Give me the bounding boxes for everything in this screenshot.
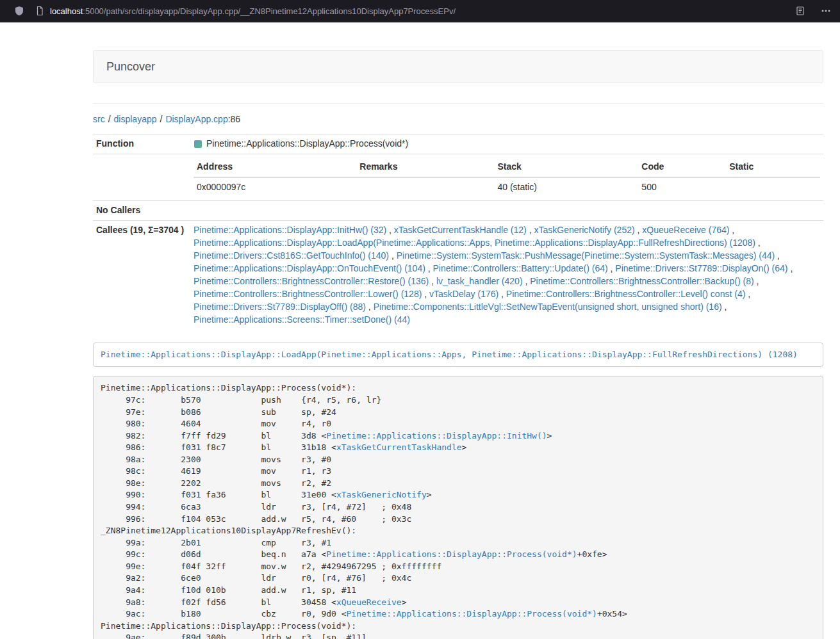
breadcrumb-line-number: :86	[228, 114, 240, 124]
callee-link[interactable]: Pinetime::Controllers::BrightnessControl…	[194, 276, 429, 286]
callee-separator: ,	[386, 225, 394, 235]
callee-link[interactable]: Pinetime::System::SystemTask::PushMessag…	[397, 250, 775, 261]
table-row: 0x0000097c 40 (static) 500	[194, 177, 820, 197]
callee-link[interactable]: lv_task_handler (420)	[436, 276, 523, 286]
symbol-stats-table: Address Remarks Stack Code Static 0x0000…	[194, 158, 820, 197]
selected-callee-box: Pinetime::Applications::DisplayApp::Load…	[93, 343, 823, 368]
callees-row: Callees (19, Σ=3704 ) Pinetime::Applicat…	[93, 220, 823, 329]
callee-link[interactable]: Pinetime::Controllers::BrightnessControl…	[194, 289, 422, 299]
function-detail-table: Function	[93, 134, 823, 330]
callees-label: Callees (19, Σ=3704 )	[93, 220, 190, 329]
stats-row: Address Remarks Stack Code Static 0x0000…	[93, 154, 823, 200]
more-menu-icon[interactable]	[821, 6, 831, 16]
callee-separator: ,	[775, 250, 780, 261]
column-header-stack: Stack	[494, 158, 638, 177]
callee-separator: ,	[755, 238, 761, 248]
loadapp-symbol-link[interactable]: Pinetime::Applications::DisplayApp::Load…	[101, 350, 798, 359]
stats-header-row: Address Remarks Stack Code Static	[194, 158, 820, 177]
callee-separator: ,	[745, 289, 750, 299]
callee-separator: ,	[498, 289, 506, 299]
disassembly-block: Pinetime::Applications::DisplayApp::Proc…	[93, 376, 823, 639]
disassembly-symbol-link[interactable]: Pinetime::Applications::DisplayApp::Proc…	[326, 549, 577, 559]
column-header-remarks: Remarks	[356, 158, 494, 177]
static-cell	[726, 177, 820, 197]
address-cell: 0x0000097c	[194, 177, 356, 197]
callee-link[interactable]: Pinetime::Controllers::BrightnessControl…	[506, 289, 745, 299]
callee-link[interactable]: xTaskGenericNotify (252)	[534, 225, 634, 235]
callee-link[interactable]: Pinetime::Applications::DisplayApp::Load…	[194, 238, 755, 248]
callee-link[interactable]: Pinetime::Components::LittleVgl::SetNewT…	[374, 302, 722, 312]
callee-separator: ,	[422, 289, 429, 299]
callee-separator: ,	[523, 276, 531, 286]
callee-link[interactable]: Pinetime::Drivers::St7789::DisplayOff() …	[194, 302, 366, 312]
callee-separator: ,	[608, 263, 616, 273]
disassembly-symbol-link[interactable]: xTaskGetCurrentTaskHandle	[336, 442, 462, 452]
browser-chrome: localhost:5000/path/src/displayapp/Displ…	[0, 0, 840, 22]
callee-separator: ,	[788, 263, 793, 273]
function-label: Function	[93, 134, 190, 154]
app-header: Puncover	[93, 50, 823, 83]
brand-link[interactable]: Puncover	[106, 60, 155, 74]
callee-link[interactable]: Pinetime::Controllers::BrightnessControl…	[530, 276, 754, 286]
breadcrumb-separator: /	[160, 114, 163, 124]
remarks-cell	[356, 177, 494, 197]
divider	[93, 103, 823, 104]
breadcrumb-separator: /	[108, 114, 111, 124]
no-callers-label: No Callers	[93, 200, 190, 220]
callee-separator: ,	[722, 302, 727, 312]
callee-separator: ,	[425, 263, 433, 273]
no-callers-row: No Callers	[93, 200, 823, 220]
page-container: Puncover src/displayapp/DisplayApp.cpp:8…	[93, 50, 823, 639]
callee-link[interactable]: Pinetime::Applications::DisplayApp::Init…	[194, 225, 386, 235]
callee-separator: ,	[389, 250, 397, 261]
function-type-icon	[194, 140, 202, 149]
column-header-code: Code	[638, 158, 726, 177]
reader-view-icon[interactable]	[795, 6, 805, 16]
disassembly-symbol-link[interactable]: Pinetime::Applications::DisplayApp::Proc…	[347, 609, 597, 619]
url-path: :5000/path/src/displayapp/DisplayApp.cpp…	[83, 6, 456, 16]
breadcrumb: src/displayapp/DisplayApp.cpp:86	[93, 114, 823, 124]
breadcrumb-link-displayapp[interactable]: displayapp	[114, 114, 157, 124]
shield-icon[interactable]	[14, 6, 24, 16]
callee-separator: ,	[754, 276, 759, 286]
callee-link[interactable]: Pinetime::Applications::Screens::Timer::…	[194, 314, 410, 325]
code-cell: 500	[638, 177, 726, 197]
breadcrumb-link-file[interactable]: DisplayApp.cpp	[165, 114, 227, 124]
callee-link[interactable]: Pinetime::Controllers::Battery::Update()…	[433, 263, 608, 273]
callee-separator: ,	[729, 225, 734, 235]
function-name: Pinetime::Applications::DisplayApp::Proc…	[206, 138, 408, 150]
disassembly-symbol-link[interactable]: xTaskGenericNotify	[336, 490, 427, 499]
callee-link[interactable]: vTaskDelay (176)	[429, 289, 498, 299]
callee-separator: ,	[429, 276, 436, 286]
function-row: Function	[93, 134, 823, 154]
callee-link[interactable]: Pinetime::Applications::DisplayApp::OnTo…	[194, 263, 425, 273]
disassembly-symbol-link[interactable]: Pinetime::Applications::DisplayApp::Init…	[326, 431, 547, 441]
callee-separator: ,	[527, 225, 534, 235]
empty-label	[93, 154, 190, 200]
callee-link[interactable]: xTaskGetCurrentTaskHandle (12)	[394, 225, 527, 235]
breadcrumb-link-src[interactable]: src	[93, 114, 105, 124]
callee-link[interactable]: Pinetime::Drivers::Cst816S::GetTouchInfo…	[194, 250, 389, 261]
url-host: localhost	[50, 6, 83, 16]
column-header-address: Address	[194, 158, 356, 177]
column-header-static: Static	[726, 158, 820, 177]
callee-link[interactable]: xQueueReceive (764)	[642, 225, 729, 235]
callee-separator: ,	[635, 225, 643, 235]
callees-cell: Pinetime::Applications::DisplayApp::Init…	[190, 220, 823, 329]
stack-cell: 40 (static)	[494, 177, 638, 197]
callee-link[interactable]: Pinetime::Drivers::St7789::DisplayOn() (…	[615, 263, 787, 273]
page-icon[interactable]	[35, 6, 45, 16]
disassembly-symbol-link[interactable]: xQueueReceive	[336, 597, 402, 607]
url-bar[interactable]: localhost:5000/path/src/displayapp/Displ…	[50, 6, 456, 16]
callee-separator: ,	[366, 302, 374, 312]
